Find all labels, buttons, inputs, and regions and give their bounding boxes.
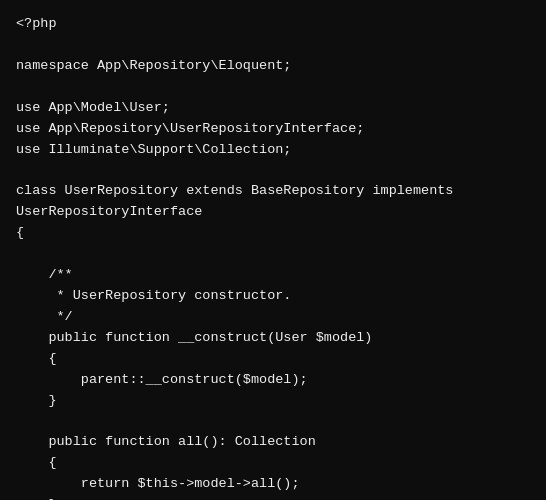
- line-18: return $this->model->all();: [16, 474, 530, 495]
- line-08: {: [16, 223, 530, 244]
- line-19: }: [16, 495, 530, 500]
- line-04: use App\Repository\UserRepositoryInterfa…: [16, 119, 530, 140]
- line-11: */: [16, 307, 530, 328]
- line-15: }: [16, 391, 530, 412]
- blank-04: [16, 244, 530, 265]
- line-01: <?php: [16, 14, 530, 35]
- line-10: * UserRepository constructor.: [16, 286, 530, 307]
- blank-01: [16, 35, 530, 56]
- line-06: class UserRepository extends BaseReposit…: [16, 181, 530, 202]
- line-17: {: [16, 453, 530, 474]
- line-16: public function all(): Collection: [16, 432, 530, 453]
- line-13: {: [16, 349, 530, 370]
- line-12: public function __construct(User $model): [16, 328, 530, 349]
- blank-03: [16, 160, 530, 181]
- line-03: use App\Model\User;: [16, 98, 530, 119]
- line-14: parent::__construct($model);: [16, 370, 530, 391]
- line-02: namespace App\Repository\Eloquent;: [16, 56, 530, 77]
- code-block: <?phpnamespace App\Repository\Eloquent;u…: [16, 14, 530, 500]
- line-05: use Illuminate\Support\Collection;: [16, 140, 530, 161]
- code-editor: <?phpnamespace App\Repository\Eloquent;u…: [0, 0, 546, 500]
- blank-05: [16, 412, 530, 433]
- blank-02: [16, 77, 530, 98]
- line-07: UserRepositoryInterface: [16, 202, 530, 223]
- line-09: /**: [16, 265, 530, 286]
